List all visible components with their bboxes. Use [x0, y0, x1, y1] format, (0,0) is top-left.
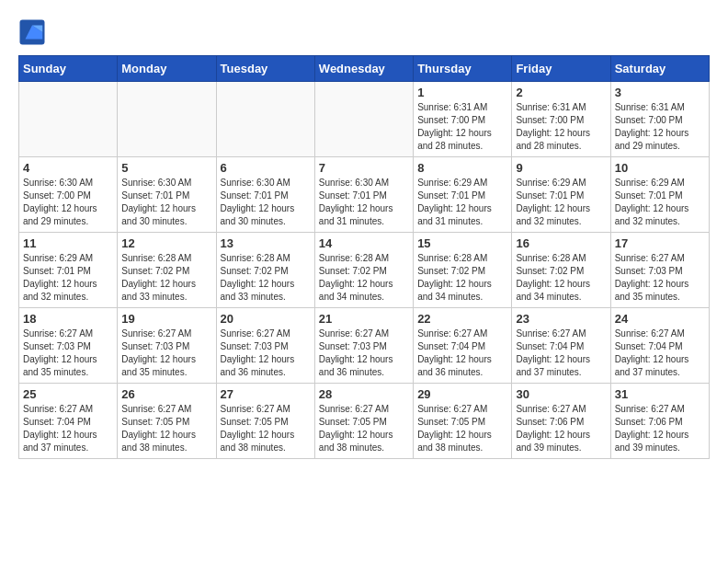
day-number: 8: [417, 161, 507, 175]
calendar-cell: 24Sunrise: 6:27 AM Sunset: 7:04 PM Dayli…: [610, 308, 709, 384]
calendar-week-row: 4Sunrise: 6:30 AM Sunset: 7:00 PM Daylig…: [19, 157, 710, 233]
calendar-cell: 25Sunrise: 6:27 AM Sunset: 7:04 PM Dayli…: [19, 384, 118, 459]
day-info: Sunrise: 6:27 AM Sunset: 7:04 PM Dayligh…: [23, 403, 113, 454]
day-number: 7: [319, 161, 409, 175]
day-number: 19: [121, 312, 211, 326]
calendar-cell: 1Sunrise: 6:31 AM Sunset: 7:00 PM Daylig…: [414, 82, 512, 157]
calendar-cell: 7Sunrise: 6:30 AM Sunset: 7:01 PM Daylig…: [314, 157, 413, 233]
calendar-cell: 11Sunrise: 6:29 AM Sunset: 7:01 PM Dayli…: [19, 233, 118, 308]
day-number: 11: [23, 236, 113, 250]
calendar-cell: 31Sunrise: 6:27 AM Sunset: 7:06 PM Dayli…: [610, 384, 709, 459]
day-info: Sunrise: 6:31 AM Sunset: 7:00 PM Dayligh…: [417, 101, 507, 153]
calendar-cell: 23Sunrise: 6:27 AM Sunset: 7:04 PM Dayli…: [512, 308, 610, 384]
day-info: Sunrise: 6:27 AM Sunset: 7:03 PM Dayligh…: [319, 327, 409, 379]
day-number: 31: [615, 387, 705, 401]
day-of-week-header: Friday: [512, 56, 610, 82]
calendar-week-row: 11Sunrise: 6:29 AM Sunset: 7:01 PM Dayli…: [19, 233, 710, 308]
day-info: Sunrise: 6:31 AM Sunset: 7:00 PM Dayligh…: [615, 101, 705, 153]
calendar-cell: 9Sunrise: 6:29 AM Sunset: 7:01 PM Daylig…: [512, 157, 610, 233]
day-of-week-header: Sunday: [19, 56, 118, 82]
day-number: 22: [417, 312, 507, 326]
day-of-week-header: Wednesday: [314, 56, 413, 82]
day-number: 1: [417, 86, 507, 99]
day-of-week-header: Monday: [118, 56, 216, 82]
day-info: Sunrise: 6:27 AM Sunset: 7:05 PM Dayligh…: [121, 403, 211, 454]
day-of-week-header: Saturday: [610, 56, 709, 82]
day-info: Sunrise: 6:29 AM Sunset: 7:01 PM Dayligh…: [23, 252, 113, 304]
day-number: 5: [121, 161, 211, 175]
day-number: 26: [121, 387, 211, 401]
day-number: 10: [615, 161, 705, 175]
day-number: 24: [615, 312, 705, 326]
calendar-cell: 29Sunrise: 6:27 AM Sunset: 7:05 PM Dayli…: [414, 384, 512, 459]
day-number: 15: [417, 236, 507, 250]
calendar-cell: 21Sunrise: 6:27 AM Sunset: 7:03 PM Dayli…: [314, 308, 413, 384]
calendar-cell: 17Sunrise: 6:27 AM Sunset: 7:03 PM Dayli…: [610, 233, 709, 308]
logo-icon: [18, 18, 46, 46]
calendar-cell: 12Sunrise: 6:28 AM Sunset: 7:02 PM Dayli…: [118, 233, 216, 308]
logo: [18, 18, 51, 46]
calendar-cell: 14Sunrise: 6:28 AM Sunset: 7:02 PM Dayli…: [314, 233, 413, 308]
day-info: Sunrise: 6:29 AM Sunset: 7:01 PM Dayligh…: [615, 177, 705, 228]
day-info: Sunrise: 6:28 AM Sunset: 7:02 PM Dayligh…: [319, 252, 409, 304]
day-info: Sunrise: 6:28 AM Sunset: 7:02 PM Dayligh…: [417, 252, 507, 304]
day-number: 16: [516, 236, 606, 250]
day-info: Sunrise: 6:27 AM Sunset: 7:05 PM Dayligh…: [221, 403, 311, 454]
day-number: 3: [615, 86, 705, 99]
day-of-week-header: Thursday: [414, 56, 512, 82]
day-number: 21: [319, 312, 409, 326]
day-of-week-header: Tuesday: [216, 56, 314, 82]
day-info: Sunrise: 6:29 AM Sunset: 7:01 PM Dayligh…: [516, 177, 606, 228]
day-info: Sunrise: 6:27 AM Sunset: 7:03 PM Dayligh…: [23, 327, 113, 379]
day-info: Sunrise: 6:28 AM Sunset: 7:02 PM Dayligh…: [516, 252, 606, 304]
calendar-cell: 22Sunrise: 6:27 AM Sunset: 7:04 PM Dayli…: [414, 308, 512, 384]
day-info: Sunrise: 6:30 AM Sunset: 7:01 PM Dayligh…: [121, 177, 211, 228]
calendar-cell: [19, 82, 118, 157]
calendar-cell: 2Sunrise: 6:31 AM Sunset: 7:00 PM Daylig…: [512, 82, 610, 157]
day-info: Sunrise: 6:27 AM Sunset: 7:06 PM Dayligh…: [615, 403, 705, 454]
page-header: [18, 18, 710, 46]
calendar-cell: 27Sunrise: 6:27 AM Sunset: 7:05 PM Dayli…: [216, 384, 314, 459]
day-number: 28: [319, 387, 409, 401]
calendar-cell: 15Sunrise: 6:28 AM Sunset: 7:02 PM Dayli…: [414, 233, 512, 308]
calendar-cell: 20Sunrise: 6:27 AM Sunset: 7:03 PM Dayli…: [216, 308, 314, 384]
day-info: Sunrise: 6:27 AM Sunset: 7:03 PM Dayligh…: [121, 327, 211, 379]
calendar-table: SundayMondayTuesdayWednesdayThursdayFrid…: [18, 55, 710, 459]
day-info: Sunrise: 6:28 AM Sunset: 7:02 PM Dayligh…: [121, 252, 211, 304]
calendar-cell: 26Sunrise: 6:27 AM Sunset: 7:05 PM Dayli…: [118, 384, 216, 459]
day-number: 29: [417, 387, 507, 401]
calendar-cell: 13Sunrise: 6:28 AM Sunset: 7:02 PM Dayli…: [216, 233, 314, 308]
calendar-cell: [216, 82, 314, 157]
day-info: Sunrise: 6:30 AM Sunset: 7:01 PM Dayligh…: [221, 177, 311, 228]
day-number: 12: [121, 236, 211, 250]
calendar-cell: [118, 82, 216, 157]
day-info: Sunrise: 6:30 AM Sunset: 7:00 PM Dayligh…: [23, 177, 113, 228]
day-number: 4: [23, 161, 113, 175]
calendar-week-row: 25Sunrise: 6:27 AM Sunset: 7:04 PM Dayli…: [19, 384, 710, 459]
day-info: Sunrise: 6:27 AM Sunset: 7:04 PM Dayligh…: [417, 327, 507, 379]
day-number: 25: [23, 387, 113, 401]
calendar-cell: 18Sunrise: 6:27 AM Sunset: 7:03 PM Dayli…: [19, 308, 118, 384]
calendar-cell: 8Sunrise: 6:29 AM Sunset: 7:01 PM Daylig…: [414, 157, 512, 233]
calendar-header-row: SundayMondayTuesdayWednesdayThursdayFrid…: [19, 56, 710, 82]
calendar-week-row: 18Sunrise: 6:27 AM Sunset: 7:03 PM Dayli…: [19, 308, 710, 384]
day-info: Sunrise: 6:27 AM Sunset: 7:04 PM Dayligh…: [516, 327, 606, 379]
day-info: Sunrise: 6:27 AM Sunset: 7:06 PM Dayligh…: [516, 403, 606, 454]
day-info: Sunrise: 6:27 AM Sunset: 7:03 PM Dayligh…: [615, 252, 705, 304]
day-number: 2: [516, 86, 606, 99]
day-number: 9: [516, 161, 606, 175]
day-info: Sunrise: 6:27 AM Sunset: 7:04 PM Dayligh…: [615, 327, 705, 379]
day-info: Sunrise: 6:28 AM Sunset: 7:02 PM Dayligh…: [221, 252, 311, 304]
day-number: 17: [615, 236, 705, 250]
day-number: 30: [516, 387, 606, 401]
day-info: Sunrise: 6:27 AM Sunset: 7:05 PM Dayligh…: [417, 403, 507, 454]
calendar-week-row: 1Sunrise: 6:31 AM Sunset: 7:00 PM Daylig…: [19, 82, 710, 157]
day-info: Sunrise: 6:27 AM Sunset: 7:03 PM Dayligh…: [221, 327, 311, 379]
day-number: 13: [221, 236, 311, 250]
day-info: Sunrise: 6:30 AM Sunset: 7:01 PM Dayligh…: [319, 177, 409, 228]
day-number: 27: [221, 387, 311, 401]
calendar-cell: 4Sunrise: 6:30 AM Sunset: 7:00 PM Daylig…: [19, 157, 118, 233]
day-info: Sunrise: 6:29 AM Sunset: 7:01 PM Dayligh…: [417, 177, 507, 228]
day-number: 6: [221, 161, 311, 175]
calendar-cell: 3Sunrise: 6:31 AM Sunset: 7:00 PM Daylig…: [610, 82, 709, 157]
